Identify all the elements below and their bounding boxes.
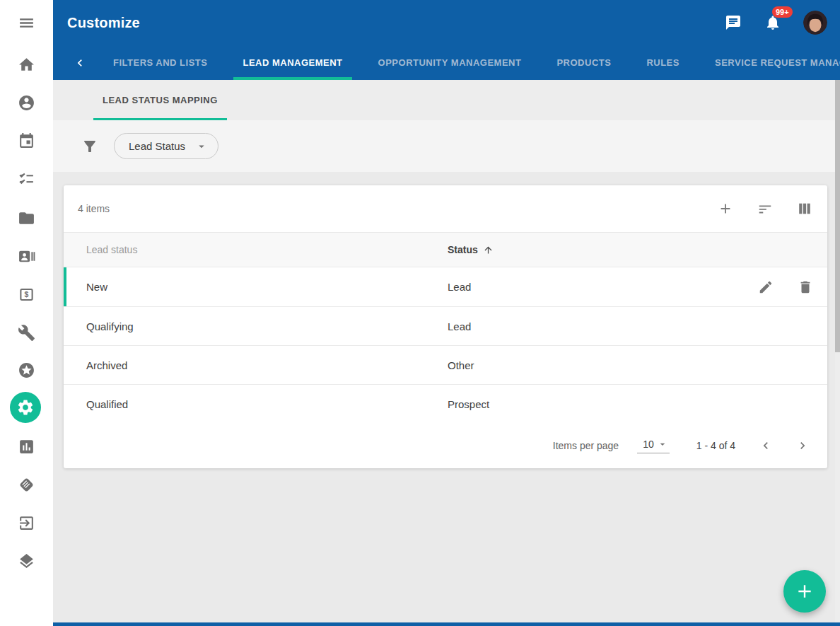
add-icon[interactable] (718, 201, 733, 216)
cell-lead-status: Archived (64, 359, 448, 371)
card-actions (718, 201, 812, 216)
cell-lead-status: New (64, 281, 448, 293)
table-header-row: Lead status Status (64, 232, 827, 267)
lead-status-filter-chip[interactable]: Lead Status (114, 133, 218, 159)
tab-rules[interactable]: RULES (637, 45, 689, 80)
chat-icon[interactable] (724, 13, 742, 32)
chevron-down-icon (657, 439, 668, 450)
settings-icon-active[interactable] (10, 392, 41, 423)
notification-badge: 99+ (772, 6, 793, 18)
card-header: 4 items (64, 185, 827, 232)
module-tabbar: FILTERS AND LISTS LEAD MANAGEMENT OPPORT… (53, 45, 840, 80)
add-fab-button[interactable] (783, 570, 826, 613)
calendar-icon[interactable] (16, 131, 36, 151)
deals-icon[interactable] (16, 475, 36, 494)
pagination-range: 1 - 4 of 4 (696, 440, 735, 451)
row-actions (758, 267, 813, 306)
account-icon[interactable] (16, 93, 36, 112)
tab-filters-and-lists[interactable]: FILTERS AND LISTS (104, 45, 216, 80)
home-icon[interactable] (16, 54, 36, 74)
filter-icon[interactable] (81, 138, 98, 155)
top-app-bar: Customize 99+ (53, 0, 840, 45)
items-per-page-label: Items per page (553, 440, 619, 451)
notifications-bell-icon[interactable]: 99+ (764, 13, 782, 32)
topbar-actions: 99+ (724, 11, 840, 35)
page-title: Customize (67, 15, 140, 31)
filter-bar: Lead Status (53, 120, 840, 172)
featured-icon[interactable] (16, 360, 36, 380)
delete-icon[interactable] (798, 279, 813, 295)
tab-opportunity-management[interactable]: OPPORTUNITY MANAGEMENT (369, 45, 531, 80)
edit-icon[interactable] (758, 279, 774, 295)
app-root: $ Customize (0, 0, 840, 626)
table-row[interactable]: Qualifying Lead (64, 306, 827, 345)
menu-icon[interactable] (16, 13, 36, 33)
tab-lead-status-mapping[interactable]: LEAD STATUS MAPPING (93, 80, 227, 120)
contacts-icon[interactable] (16, 246, 36, 266)
sort-icon[interactable] (757, 201, 773, 216)
layers-icon[interactable] (16, 551, 36, 571)
table-row[interactable]: New Lead (64, 267, 827, 306)
tab-service-request-management[interactable]: SERVICE REQUEST MANAGEMI (706, 45, 840, 80)
chevron-down-icon (195, 140, 208, 153)
module-tabs: FILTERS AND LISTS LEAD MANAGEMENT OPPORT… (95, 45, 840, 80)
table-row[interactable]: Qualified Prospect (64, 384, 827, 423)
next-page-icon[interactable] (795, 438, 810, 453)
cell-status: Prospect (448, 398, 827, 410)
svg-text:$: $ (24, 291, 28, 298)
tab-lead-management[interactable]: LEAD MANAGEMENT (233, 45, 351, 80)
sidebar: $ (0, 0, 53, 626)
lead-status-mapping-card: 4 items Lead status Status (64, 185, 827, 468)
cell-status: Lead (448, 320, 827, 332)
previous-page-icon[interactable] (758, 438, 774, 453)
filter-chip-label: Lead Status (129, 140, 185, 152)
items-per-page-select[interactable]: 10 (637, 439, 670, 453)
table-row[interactable]: Archived Other (64, 345, 827, 384)
cell-status: Other (448, 359, 827, 371)
items-count: 4 items (78, 203, 110, 214)
scrollbar-thumb[interactable] (835, 80, 840, 352)
reports-icon[interactable] (16, 436, 36, 456)
column-header-status[interactable]: Status (448, 244, 827, 255)
folder-icon[interactable] (16, 208, 36, 228)
column-header-lead-status[interactable]: Lead status (64, 244, 448, 255)
tab-products[interactable]: PRODUCTS (547, 45, 620, 80)
columns-icon[interactable] (797, 201, 812, 216)
pagination-bar: Items per page 10 1 - 4 of 4 (64, 423, 827, 468)
sort-ascending-arrow-icon (483, 245, 494, 255)
cell-lead-status: Qualified (64, 398, 448, 410)
sub-tabbar: LEAD STATUS MAPPING (53, 80, 840, 120)
bottom-accent-strip (53, 622, 840, 626)
plus-icon (795, 582, 814, 601)
tools-icon[interactable] (16, 323, 36, 342)
cell-lead-status: Qualifying (64, 320, 448, 332)
tabs-scroll-left-icon[interactable] (73, 56, 87, 70)
tasks-icon[interactable] (16, 169, 36, 189)
column-header-status-label: Status (448, 244, 478, 255)
items-per-page-value: 10 (643, 439, 654, 450)
user-avatar[interactable] (803, 11, 827, 35)
sign-in-icon[interactable] (16, 513, 36, 533)
payments-icon[interactable]: $ (16, 284, 36, 304)
